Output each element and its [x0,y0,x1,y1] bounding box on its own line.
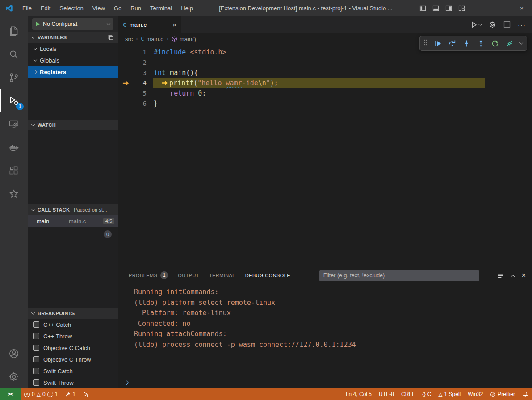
breakpoint-checkbox[interactable] [33,333,39,339]
breadcrumb-src[interactable]: src [125,36,133,42]
menu-help[interactable]: Help [176,0,197,16]
variables-header[interactable]: VARIABLES [28,32,118,43]
gripper-icon[interactable] [424,39,427,48]
breakpoint-checkbox[interactable] [33,345,39,351]
tab-output[interactable]: OUTPUT [178,267,199,283]
chevron-down-icon[interactable] [519,41,523,44]
breakpoint-row-objc-catch[interactable]: Objective C Catch [28,342,118,354]
sidebar-item-search[interactable] [0,43,28,66]
breakpoint-checkbox[interactable] [33,379,39,386]
menu-go[interactable]: Go [109,0,126,16]
tab-main-c[interactable]: C main.c × [118,16,181,33]
sidebar-item-favorites[interactable] [0,182,28,205]
watch-header[interactable]: WATCH [28,120,118,130]
settings-button[interactable] [0,365,28,388]
language-mode[interactable]: {} C [419,388,435,400]
sidebar-item-run-debug[interactable]: 1 [0,89,28,112]
maximize-panel-icon[interactable] [511,275,514,279]
breakpoint-row-cpp-throw[interactable]: C++ Throw [28,330,118,342]
account-button[interactable] [0,342,28,365]
disconnect-button[interactable] [506,40,513,47]
platform-indicator[interactable]: Win32 [464,388,486,400]
tab-close-icon[interactable]: × [172,21,176,29]
debug-status[interactable] [79,388,92,400]
code-line-5[interactable]: 5 return 0; [118,88,532,99]
breakpoint-row-swift-catch[interactable]: Swift Catch [28,365,118,377]
variables-item-globals[interactable]: Globals [28,54,118,66]
menu-file[interactable]: File [18,0,36,16]
debug-console-output[interactable]: Running initCommands: (lldb) platform se… [118,283,532,377]
code-line-4[interactable]: 4 printf("hello wamr-ide\n"); [118,78,532,88]
code-editor[interactable]: 1#include <stdio.h>23int main(){4 printf… [118,45,532,267]
tab-problems[interactable]: PROBLEMS 1 [129,267,168,283]
breakpoint-checkbox[interactable] [33,321,39,328]
account-icon [8,348,20,359]
sidebar-item-source-control[interactable] [0,66,28,89]
toggle-secondary-sidebar-icon[interactable] [445,5,452,12]
more-actions-icon[interactable]: ··· [518,21,526,29]
glyph-margin[interactable] [118,88,133,99]
customize-layout-icon[interactable] [458,5,465,12]
stack-frame-row[interactable]: main main.c 4:5 [28,215,118,227]
toggle-sidebar-icon[interactable] [419,5,426,12]
step-over-button[interactable] [448,40,456,47]
breakpoint-checkbox[interactable] [33,368,39,374]
variables-item-registers[interactable]: Registers [28,66,118,78]
toggle-panel-icon[interactable] [432,5,439,12]
minimize-button[interactable] [470,0,491,16]
glyph-margin[interactable] [118,68,133,78]
close-button[interactable]: × [511,0,532,16]
code-line-6[interactable]: 6} [118,99,532,109]
menu-run[interactable]: Run [126,0,146,16]
formatter-status[interactable]: Prettier [486,388,519,400]
menu-terminal[interactable]: Terminal [146,0,176,16]
glyph-margin[interactable] [118,47,133,58]
eol-indicator[interactable]: CRLF [398,388,419,400]
run-menu-button[interactable] [470,21,482,29]
debug-config-dropdown[interactable]: No Configurat [32,18,113,30]
variables-item-locals[interactable]: Locals [28,43,118,54]
split-editor-icon[interactable] [503,21,511,28]
cursor-position[interactable]: Ln 4, Col 5 [342,388,375,400]
restart-button[interactable] [491,40,499,47]
tab-debug-console[interactable]: DEBUG CONSOLE [245,267,290,283]
call-stack-header[interactable]: CALL STACK Paused on st... [28,204,118,215]
continue-button[interactable] [434,40,442,47]
glyph-margin[interactable] [118,99,133,109]
sidebar-item-remote-explorer[interactable] [0,112,28,136]
menu-selection[interactable]: Selection [55,0,88,16]
breakpoint-checkbox[interactable] [33,356,39,362]
output-lines-icon[interactable] [497,272,504,279]
copy-icon[interactable] [108,34,114,41]
close-panel-icon[interactable]: × [522,271,526,279]
breakpoint-row-cpp-catch[interactable]: C++ Catch [28,319,118,330]
encoding-indicator[interactable]: UTF-8 [375,388,398,400]
console-input-row[interactable] [118,377,532,388]
remote-indicator-button[interactable]: >< [0,388,21,400]
glyph-margin[interactable] [118,58,133,68]
breakpoint-row-objc-throw[interactable]: Objective C Throw [28,354,118,365]
tab-terminal[interactable]: TERMINAL [209,267,235,283]
maximize-button[interactable] [491,0,511,16]
step-into-button[interactable] [463,40,470,47]
breakpoint-row-swift-throw[interactable]: Swift Throw [28,377,118,388]
breadcrumb-main-fn[interactable]: main() [172,36,196,42]
execution-pointer-icon[interactable] [118,78,133,88]
step-out-button[interactable] [477,40,485,47]
console-filter-input[interactable] [319,270,479,281]
breadcrumb-main-c[interactable]: C main.c [141,36,163,42]
spell-checker-status[interactable]: △ 1 Spell [435,388,464,400]
code-line-3[interactable]: 3int main(){ [118,68,532,78]
menu-view[interactable]: View [88,0,109,16]
start-debug-icon[interactable] [36,22,40,26]
notifications-button[interactable] [519,388,532,400]
sidebar-item-extensions[interactable] [0,159,28,182]
gear-icon[interactable] [489,21,496,29]
menu-edit[interactable]: Edit [36,0,55,16]
breakpoints-header[interactable]: BREAKPOINTS [28,308,118,319]
sidebar-item-docker[interactable] [0,136,28,159]
code-line-2[interactable]: 2 [118,58,532,68]
problems-status[interactable]: ×0 △0 i1 [21,388,61,400]
sidebar-item-explorer[interactable] [0,20,28,43]
tools-status[interactable]: 1 [61,388,79,400]
